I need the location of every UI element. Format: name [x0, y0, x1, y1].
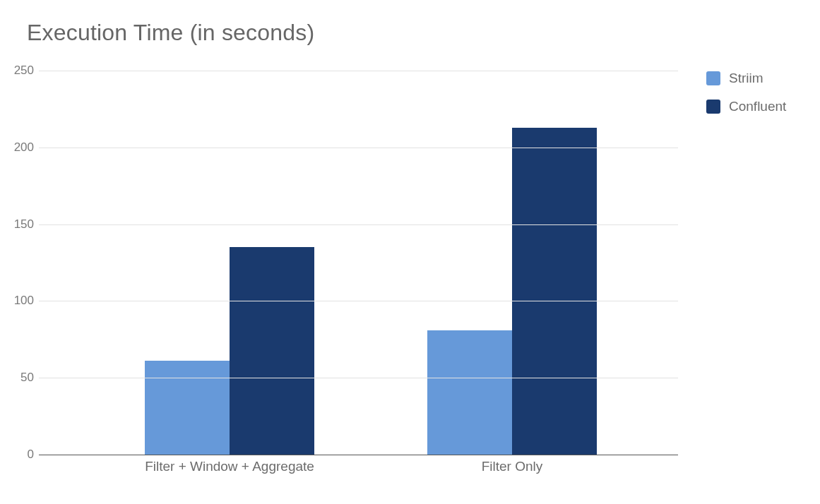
gridline — [39, 301, 678, 301]
bar-striim-0 — [145, 361, 230, 455]
legend-label: Striim — [729, 71, 763, 86]
bar-confluent-1 — [512, 128, 597, 455]
y-tick-label: 150 — [0, 217, 34, 232]
y-tick-label: 250 — [0, 64, 34, 78]
x-tick-label: Filter + Window + Aggregate — [117, 459, 343, 474]
legend-item-confluent: Confluent — [706, 99, 786, 114]
legend: StriimConfluent — [706, 71, 786, 127]
legend-swatch — [706, 100, 720, 114]
legend-item-striim: Striim — [706, 71, 786, 86]
chart-container: Execution Time (in seconds) 050100150200… — [0, 0, 820, 504]
bar-confluent-0 — [230, 247, 314, 455]
gridline — [39, 71, 678, 71]
bars-layer — [39, 71, 678, 455]
plot-area: 050100150200250 — [39, 71, 678, 455]
chart-title: Execution Time (in seconds) — [27, 20, 314, 46]
legend-label: Confluent — [729, 99, 786, 114]
y-tick-label: 50 — [0, 371, 34, 385]
bar-striim-1 — [427, 330, 512, 455]
y-tick-label: 200 — [0, 140, 34, 155]
gridline — [39, 224, 678, 225]
x-axis-line — [39, 455, 678, 455]
x-tick-label: Filter Only — [399, 459, 625, 474]
gridline — [39, 378, 678, 378]
legend-swatch — [706, 71, 720, 85]
y-tick-label: 0 — [0, 448, 34, 462]
gridline — [39, 148, 678, 148]
y-tick-label: 100 — [0, 294, 34, 308]
